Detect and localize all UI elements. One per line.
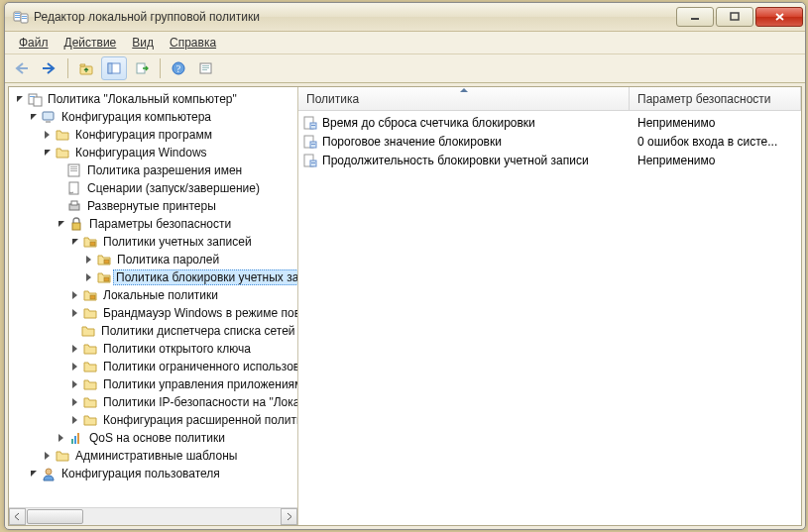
- expander-icon[interactable]: [82, 254, 94, 266]
- folder-lock-icon: [82, 234, 98, 250]
- svg-rect-8: [731, 13, 739, 20]
- svg-rect-48: [311, 162, 315, 163]
- show-hide-tree-button[interactable]: [101, 56, 127, 80]
- expander-icon[interactable]: [27, 468, 39, 479]
- sort-ascending-icon: [460, 88, 468, 92]
- svg-rect-34: [104, 277, 109, 281]
- svg-rect-30: [71, 201, 77, 205]
- expander-icon[interactable]: [13, 93, 25, 105]
- expander-icon[interactable]: [55, 432, 66, 444]
- list-row[interactable]: Продолжительность блокировки учетной зап…: [298, 151, 801, 169]
- svg-rect-45: [311, 144, 315, 145]
- tree-lockout-policy[interactable]: Политика блокировки учетных записей: [9, 268, 297, 286]
- svg-rect-16: [202, 65, 209, 66]
- menu-view[interactable]: Вид: [124, 34, 162, 52]
- scroll-right-button[interactable]: [281, 508, 297, 525]
- tree-program-config[interactable]: Конфигурация программ: [9, 126, 297, 144]
- close-button[interactable]: [755, 7, 803, 27]
- tree-admin-templates[interactable]: Административные шаблоны: [9, 447, 297, 465]
- tree-scripts[interactable]: Сценарии (запуск/завершение): [9, 179, 297, 197]
- window-controls: [674, 7, 803, 27]
- svg-rect-42: [311, 125, 315, 126]
- expander-icon[interactable]: [68, 236, 80, 248]
- svg-rect-33: [104, 260, 109, 264]
- menu-bar: Файл Действие Вид Справка: [5, 32, 805, 54]
- list-row[interactable]: Пороговое значение блокировки 0 ошибок в…: [298, 132, 801, 151]
- up-folder-button[interactable]: [73, 56, 99, 80]
- tree-software-restriction[interactable]: Политики ограниченного использования про…: [9, 358, 297, 375]
- tree-advanced-audit[interactable]: Конфигурация расширенной политики аудита: [9, 411, 297, 429]
- tree-network-list[interactable]: Политики диспетчера списка сетей: [9, 322, 297, 340]
- list-body[interactable]: Время до сброса счетчика блокировки Непр…: [298, 111, 801, 525]
- tree-account-policies[interactable]: Политики учетных записей: [9, 233, 297, 251]
- printer-icon: [66, 198, 82, 214]
- svg-rect-32: [90, 242, 95, 246]
- tree-password-policy[interactable]: Политика паролей: [9, 251, 297, 268]
- maximize-button[interactable]: [716, 7, 753, 27]
- tree-firewall[interactable]: Брандмауэр Windows в режиме повышенной б…: [9, 304, 297, 322]
- minimize-button[interactable]: [676, 7, 714, 27]
- svg-rect-17: [202, 67, 209, 68]
- scroll-left-button[interactable]: [9, 508, 26, 525]
- tree-public-key[interactable]: Политики открытого ключа: [9, 340, 297, 358]
- scroll-thumb[interactable]: [27, 509, 83, 524]
- expander-icon[interactable]: [41, 129, 53, 141]
- menu-help[interactable]: Справка: [162, 34, 224, 52]
- tree-name-resolution[interactable]: Политика разрешения имен: [9, 161, 297, 179]
- tree-user-config[interactable]: Конфигурация пользователя: [9, 465, 297, 482]
- svg-rect-2: [15, 15, 20, 16]
- tree-windows-config[interactable]: Конфигурация Windows: [9, 144, 297, 161]
- svg-point-39: [46, 469, 52, 475]
- scroll-track[interactable]: [26, 508, 281, 525]
- window-title: Редактор локальной групповой политики: [34, 10, 674, 24]
- expander-icon[interactable]: [68, 361, 80, 372]
- export-list-button[interactable]: [129, 56, 155, 80]
- tree-security-settings[interactable]: Параметры безопасности: [9, 215, 297, 233]
- policy-name: Пороговое значение блокировки: [322, 135, 502, 149]
- tree-horizontal-scrollbar[interactable]: [9, 507, 297, 525]
- expander-icon[interactable]: [41, 450, 53, 462]
- expander-icon[interactable]: [82, 271, 94, 283]
- back-button[interactable]: [9, 56, 35, 80]
- expander-icon[interactable]: [68, 396, 80, 408]
- menu-action[interactable]: Действие: [57, 34, 125, 52]
- column-security-param[interactable]: Параметр безопасности: [630, 87, 801, 110]
- tree-qos[interactable]: QoS на основе политики: [9, 429, 297, 447]
- folder-icon: [82, 341, 98, 357]
- svg-rect-36: [71, 439, 73, 444]
- list-panel: Политика Параметр безопасности Время до …: [298, 87, 801, 525]
- folder-icon: [55, 127, 70, 143]
- expander-icon[interactable]: [41, 147, 53, 159]
- title-bar[interactable]: Редактор локальной групповой политики: [5, 3, 805, 32]
- tree-root[interactable]: Политика "Локальный компьютер": [9, 90, 297, 108]
- tree-deployed-printers[interactable]: Развернутые принтеры: [9, 197, 297, 215]
- svg-rect-20: [34, 97, 42, 106]
- properties-button[interactable]: [193, 56, 219, 80]
- svg-rect-38: [77, 433, 79, 444]
- expander-icon[interactable]: [68, 343, 80, 355]
- svg-rect-7: [691, 18, 699, 20]
- list-header: Политика Параметр безопасности: [298, 87, 801, 111]
- tree-ip-security[interactable]: Политики IP-безопасности на "Локальный к…: [9, 393, 297, 411]
- folder-icon: [82, 394, 98, 410]
- forward-button[interactable]: [37, 56, 62, 80]
- tree-computer-config[interactable]: Конфигурация компьютера: [9, 108, 297, 126]
- svg-rect-31: [72, 223, 80, 230]
- expander-icon[interactable]: [68, 378, 80, 390]
- expander-icon[interactable]: [27, 111, 39, 123]
- column-policy[interactable]: Политика: [298, 87, 630, 110]
- svg-rect-18: [202, 69, 207, 70]
- expander-icon[interactable]: [68, 289, 80, 301]
- expander-icon[interactable]: [68, 307, 80, 319]
- script-icon: [66, 180, 82, 196]
- folder-lock-icon: [96, 269, 112, 285]
- list-row[interactable]: Время до сброса счетчика блокировки Непр…: [298, 113, 801, 132]
- expander-icon[interactable]: [68, 414, 80, 426]
- lock-icon: [68, 216, 84, 232]
- menu-file[interactable]: Файл: [11, 34, 57, 52]
- expander-icon[interactable]: [55, 218, 66, 230]
- tree-app-control[interactable]: Политики управления приложениями: [9, 375, 297, 393]
- tree-local-policies[interactable]: Локальные политики: [9, 286, 297, 304]
- tree-view[interactable]: Политика "Локальный компьютер" Конфигура…: [9, 87, 297, 507]
- help-button[interactable]: ?: [166, 56, 191, 80]
